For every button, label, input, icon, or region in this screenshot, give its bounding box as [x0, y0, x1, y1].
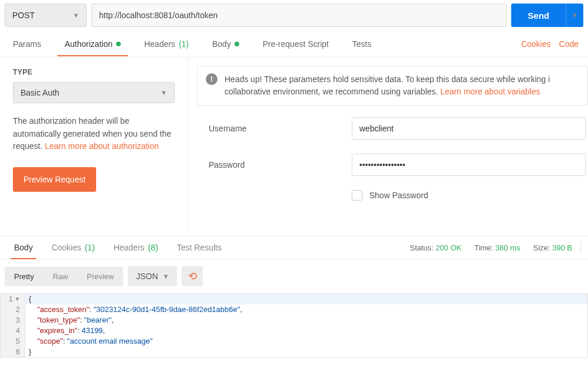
- tab-body-label: Body: [212, 39, 231, 49]
- learn-more-auth-link[interactable]: Learn more about authorization: [45, 141, 159, 151]
- show-password-label: Show Password: [369, 191, 428, 200]
- code-link[interactable]: Code: [559, 39, 579, 49]
- sensitive-data-notice: ! Heads up! These parameters hold sensit…: [197, 66, 588, 106]
- username-input[interactable]: [352, 117, 586, 140]
- preview-request-button[interactable]: Preview Request: [13, 167, 96, 192]
- chevron-down-icon: ▼: [572, 12, 578, 19]
- show-password-checkbox[interactable]: [352, 190, 362, 201]
- http-method-select[interactable]: POST ▼: [5, 4, 87, 27]
- auth-type-value: Basic Auth: [21, 88, 59, 97]
- chevron-down-icon: ▼: [163, 273, 169, 280]
- separator: [580, 242, 581, 253]
- view-preview[interactable]: Preview: [77, 267, 123, 286]
- chevron-down-icon: ▼: [161, 89, 167, 96]
- auth-help-text: The authorization header will be automat…: [13, 115, 175, 153]
- send-options-button[interactable]: ▼: [566, 4, 583, 27]
- response-tab-test-results[interactable]: Test Results: [175, 236, 224, 259]
- tab-headers-count: (1): [179, 39, 189, 49]
- password-label: Password: [209, 160, 352, 170]
- tab-params[interactable]: Params: [9, 32, 45, 56]
- tab-headers-label: Headers: [144, 39, 175, 49]
- username-label: Username: [209, 124, 352, 133]
- view-raw[interactable]: Raw: [43, 267, 77, 286]
- tab-body[interactable]: Body: [209, 32, 243, 56]
- active-dot-icon: [234, 42, 239, 46]
- tab-pre-request-script[interactable]: Pre-request Script: [259, 32, 332, 56]
- response-tab-headers[interactable]: Headers (8): [111, 236, 161, 259]
- auth-type-select[interactable]: Basic Auth ▼: [13, 82, 175, 103]
- response-body-editor[interactable]: 1▼ { 2 "access_token": "3023124c-90d1-45…: [0, 293, 588, 358]
- wrap-lines-button[interactable]: ⟲: [182, 266, 203, 286]
- response-tab-body[interactable]: Body: [12, 236, 35, 259]
- tab-headers[interactable]: Headers (1): [141, 32, 192, 56]
- cookies-link[interactable]: Cookies: [521, 39, 551, 49]
- tab-tests[interactable]: Tests: [349, 32, 375, 56]
- view-pretty[interactable]: Pretty: [5, 267, 43, 286]
- response-status-summary: Status: 200 OK Time: 380 ms Size: 390 B: [410, 243, 572, 252]
- http-method-value: POST: [12, 11, 35, 20]
- format-select[interactable]: JSON ▼: [128, 266, 177, 286]
- learn-more-variables-link[interactable]: Learn more about variables: [440, 87, 540, 96]
- active-dot-icon: [116, 42, 121, 46]
- chevron-down-icon: ▼: [73, 12, 79, 19]
- view-mode-group: Pretty Raw Preview: [5, 267, 123, 286]
- wrap-icon: ⟲: [188, 270, 197, 283]
- info-icon: !: [206, 73, 217, 85]
- password-input[interactable]: [352, 154, 586, 176]
- tab-authorization-label: Authorization: [64, 39, 113, 49]
- url-input[interactable]: [91, 4, 507, 27]
- send-button[interactable]: Send: [511, 4, 566, 27]
- tab-authorization[interactable]: Authorization: [61, 32, 124, 56]
- auth-type-heading: TYPE: [13, 68, 175, 76]
- response-tab-cookies[interactable]: Cookies (1): [49, 236, 97, 259]
